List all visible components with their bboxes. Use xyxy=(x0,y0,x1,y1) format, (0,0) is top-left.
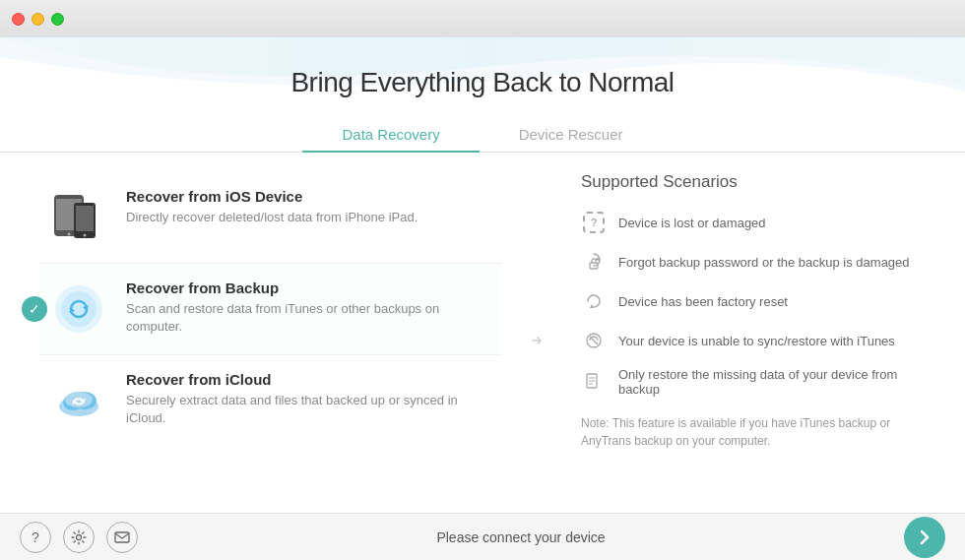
scenarios-note: Note: This feature is available if you h… xyxy=(581,414,916,450)
recovery-item-backup[interactable]: ✓ Recover f xyxy=(39,264,502,355)
icloud-item-title: Recover from iCloud xyxy=(126,371,492,388)
selected-check-badge: ✓ xyxy=(22,296,47,322)
status-text: Please connect your device xyxy=(138,529,904,545)
icloud-icon xyxy=(49,371,108,430)
scenario-item-sync: Your device is unable to sync/restore wi… xyxy=(581,328,926,353)
svg-point-2 xyxy=(68,233,71,236)
svg-rect-4 xyxy=(76,206,94,231)
ios-device-icon xyxy=(49,188,108,247)
svg-rect-26 xyxy=(115,532,129,542)
right-column: Supported Scenarios ? Device is lost or … xyxy=(551,172,926,450)
scenario-sync-text: Your device is unable to sync/restore wi… xyxy=(618,334,895,348)
tab-data-recovery[interactable]: Data Recovery xyxy=(302,118,479,153)
scenario-reset-text: Device has been factory reset xyxy=(618,294,788,309)
backup-item-text: Recover from Backup Scan and restore dat… xyxy=(126,280,492,336)
scenario-missing-text: Only restore the missing data of your de… xyxy=(618,367,926,397)
bottom-bar: ? Please connect your device xyxy=(0,513,965,560)
scenario-lost-text: Device is lost or damaged xyxy=(618,216,766,230)
icloud-item-desc: Securely extract data and files that bac… xyxy=(126,392,492,427)
columns-layout: Recover from iOS Device Directly recover… xyxy=(39,172,926,450)
backup-item-title: Recover from Backup xyxy=(126,280,492,296)
backup-lock-icon xyxy=(581,249,607,275)
scenarios-title: Supported Scenarios xyxy=(581,172,926,192)
scenario-item-reset: Device has been factory reset xyxy=(581,288,926,314)
left-column: Recover from iOS Device Directly recover… xyxy=(39,172,522,450)
scenario-item-missing: Only restore the missing data of your de… xyxy=(581,367,926,397)
content-area: Bring Everything Back to Normal Data Rec… xyxy=(0,37,965,450)
lost-damaged-icon: ? xyxy=(581,210,607,235)
page-title: Bring Everything Back to Normal xyxy=(290,67,674,98)
svg-point-5 xyxy=(84,234,87,237)
next-button[interactable] xyxy=(904,517,945,558)
ios-item-text: Recover from iOS Device Directly recover… xyxy=(126,188,418,226)
recovery-item-ios[interactable]: Recover from iOS Device Directly recover… xyxy=(39,172,502,264)
ios-item-desc: Directly recover deleted/lost data from … xyxy=(126,209,418,226)
scenario-password-text: Forgot backup password or the backup is … xyxy=(618,255,910,270)
missing-data-icon xyxy=(581,369,607,395)
maximize-button[interactable] xyxy=(51,13,64,26)
scenario-item-lost: ? Device is lost or damaged xyxy=(581,210,926,235)
tabs-container: Data Recovery Device Rescuer xyxy=(0,118,965,153)
traffic-lights xyxy=(12,13,64,26)
recovery-item-icloud[interactable]: Recover from iCloud Securely extract dat… xyxy=(39,355,502,446)
factory-reset-icon xyxy=(581,288,607,314)
backup-item-desc: Scan and restore data from iTunes or oth… xyxy=(126,300,492,336)
close-button[interactable] xyxy=(12,13,25,26)
svg-marker-18 xyxy=(590,304,594,308)
ios-item-title: Recover from iOS Device xyxy=(126,188,418,205)
column-divider-arrow xyxy=(522,231,551,450)
bottom-action-buttons: ? xyxy=(20,522,138,553)
settings-button[interactable] xyxy=(63,522,95,553)
main-content: Bring Everything Back to Normal Data Rec… xyxy=(0,37,965,513)
sync-fail-icon xyxy=(581,328,607,353)
backup-icon xyxy=(49,280,108,339)
mail-button[interactable] xyxy=(106,522,138,553)
title-bar xyxy=(0,0,965,37)
svg-point-25 xyxy=(77,534,82,539)
icloud-item-text: Recover from iCloud Securely extract dat… xyxy=(126,371,492,427)
scenario-item-password: Forgot backup password or the backup is … xyxy=(581,249,926,275)
tab-device-rescuer[interactable]: Device Rescuer xyxy=(480,118,663,153)
help-button[interactable]: ? xyxy=(20,522,51,553)
svg-point-7 xyxy=(61,291,96,327)
minimize-button[interactable] xyxy=(32,13,44,26)
